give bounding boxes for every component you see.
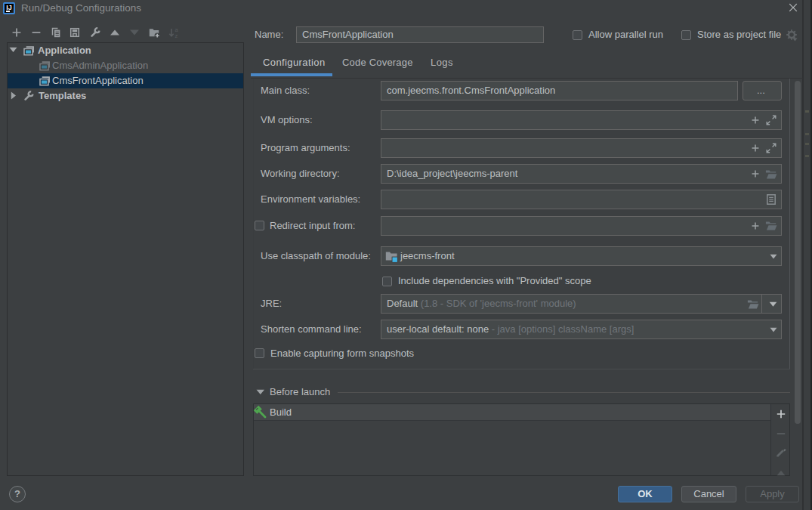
svg-text:z: z: [175, 32, 178, 39]
